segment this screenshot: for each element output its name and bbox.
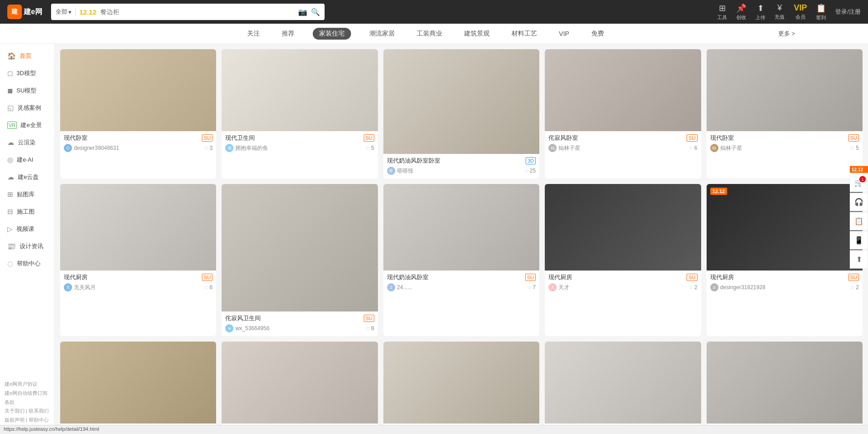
card-3-image	[383, 49, 539, 154]
card-2[interactable]: 现代卫生间 SU 拥 拥抱幸福的鱼 ☆ 5	[222, 49, 377, 179]
card-6[interactable]: 现代厨房 SU 无 无关风月 ☆ 6	[60, 184, 216, 336]
card-2-stars: ☆ 5	[365, 145, 374, 151]
card-6-title: 现代厨房	[64, 273, 199, 281]
more-button[interactable]: 更多 >	[778, 30, 795, 38]
card-4-author: 灿林子星	[558, 144, 580, 152]
card-11-image	[60, 342, 216, 424]
footer-link-subscribe[interactable]: 建e网自动续费订阅条款	[5, 390, 47, 405]
header-icons: ⊞ 工具 📌 创收 ⬆ 上传 ¥ 充值 VIP 会员 📋 签到 登录/注册	[717, 3, 861, 21]
card-10[interactable]: 12.12 现代厨房 SU d desinger31821928 ☆ 2	[707, 184, 863, 336]
sidebar-item-drawings[interactable]: ⊟ 施工图	[0, 203, 54, 220]
card-1-title: 现代卧室	[64, 134, 199, 142]
signin-icon: 📋	[816, 3, 826, 13]
card-8-stars: ☆ 7	[527, 284, 536, 291]
card-5-image	[707, 49, 863, 131]
card-7-title: 侘寂风卫生间	[225, 314, 361, 322]
float-record-button[interactable]: 📋	[850, 212, 868, 230]
float-cart-button[interactable]: 🛒 1	[850, 174, 868, 192]
card-5-author: 灿林子星	[720, 144, 742, 152]
float-promo-badge[interactable]: 12.12	[850, 166, 868, 173]
vr-icon: VR	[7, 122, 17, 129]
footer-link-copyright[interactable]: 版权声明 | 帮助中心	[5, 417, 49, 423]
header-icon-signin[interactable]: 📋 签到	[816, 3, 826, 21]
sidebar-item-video[interactable]: ▷ 视频课	[0, 220, 54, 238]
tools-icon: ⊞	[719, 3, 726, 13]
subnav-item-vip[interactable]: VIP	[555, 28, 573, 39]
3dmodel-icon: ◻	[7, 69, 13, 77]
render-icon: ☁	[7, 138, 14, 147]
sidebar-item-news[interactable]: 📰 设计资讯	[0, 238, 54, 255]
search-category-dropdown[interactable]: 全部 ▾	[56, 8, 76, 16]
header-icon-upload[interactable]: ⬆ 上传	[755, 3, 765, 21]
search-icon[interactable]: 🔍	[311, 8, 320, 16]
search-input[interactable]	[100, 8, 294, 15]
card-6-tag: SU	[202, 274, 212, 281]
sidebar-item-inspiration[interactable]: ◱ 灵感案例	[0, 99, 54, 117]
card-10-avatar: d	[710, 283, 718, 291]
sidebar-item-cloud[interactable]: ☁ 建e云盘	[0, 168, 54, 186]
main-layout: 🏠 首页 ◻ 3D模型 ◼ SU模型 ◱ 灵感案例 VR 建e全景 ☁ 云渲染 …	[0, 44, 868, 434]
sidebar-item-3dmodel[interactable]: ◻ 3D模型	[0, 65, 54, 82]
footer-link-about[interactable]: 关于我们 | 联系我们	[5, 408, 49, 414]
sidebar-item-vr[interactable]: VR 建e全景	[0, 117, 54, 134]
header-icon-vip[interactable]: VIP 会员	[794, 3, 807, 20]
card-14[interactable]: 北欧风格厨房 SU E 设计师E ☆ 6	[545, 342, 701, 434]
headset-icon: 🎧	[854, 198, 863, 206]
card-13-image	[383, 342, 539, 424]
card-7-image	[222, 184, 377, 311]
card-13[interactable]: 现代客厅 SU C 设计师C ☆ 5	[383, 342, 539, 434]
card-9-title: 现代厨房	[548, 273, 684, 281]
card-15[interactable]: 现代书房 SU F 设计师F ☆ 3	[707, 342, 863, 434]
login-button[interactable]: 登录/注册	[835, 8, 861, 16]
card-3-tag: 3D	[526, 157, 536, 164]
card-9[interactable]: 现代厨房 SU 天 天才 ☆ 2	[545, 184, 701, 336]
card-8[interactable]: 现代奶油风卧室 SU 2 24...... ☆ 7	[383, 184, 539, 336]
sidebar-item-home[interactable]: 🏠 首页	[0, 47, 54, 65]
card-8-avatar: 2	[387, 283, 395, 291]
subnav-item-jiazhuang[interactable]: 家装住宅	[313, 28, 351, 40]
card-4-tag: SU	[687, 134, 697, 142]
sidebar: 🏠 首页 ◻ 3D模型 ◼ SU模型 ◱ 灵感案例 VR 建e全景 ☁ 云渲染 …	[0, 44, 55, 434]
sidebar-item-ai[interactable]: ◎ 建e·AI	[0, 151, 54, 168]
card-8-title: 现代奶油风卧室	[387, 273, 522, 281]
logo[interactable]: 建 建e网	[7, 5, 44, 19]
card-1[interactable]: 现代卧室 SU D designer39048631 ☆ 3	[60, 49, 216, 179]
card-6-author: 无关风月	[74, 284, 96, 291]
float-headset-button[interactable]: 🎧	[850, 193, 868, 211]
sidebar-item-sumodel[interactable]: ◼ SU模型	[0, 82, 54, 99]
card-2-avatar: 拥	[225, 144, 233, 152]
sidebar-item-textures[interactable]: ⊞ 贴图库	[0, 186, 54, 203]
card-2-author: 拥抱幸福的鱼	[235, 144, 268, 152]
subnav-item-chaoliu[interactable]: 潮流家居	[366, 28, 398, 40]
status-bar: https://help.justeasy.cn/help/detail/194…	[0, 425, 868, 434]
subnav-item-cailiao[interactable]: 材料工艺	[508, 28, 541, 40]
card-3[interactable]: 现代奶油风卧室卧室 3D 嗒 嗒嗒怪 ☆ 25	[383, 49, 539, 179]
card-7[interactable]: 侘寂风卫生间 SU w wx_53664956 ☆ 8	[222, 184, 377, 336]
subnav-item-jianzhu[interactable]: 建筑景观	[460, 28, 493, 40]
card-5[interactable]: 现代卧室 SU 灿 灿林子星 ☆ 5	[707, 49, 863, 179]
sidebar-item-help[interactable]: ◌ 帮助中心	[0, 255, 54, 272]
float-mobile-button[interactable]: 📱	[850, 231, 868, 249]
subnav-item-gongzhuang[interactable]: 工装商业	[413, 28, 446, 40]
footer-link-agreement[interactable]: 建e网用户协议	[5, 381, 37, 387]
subnav-item-guanzhu[interactable]: 关注	[243, 28, 264, 40]
cart-badge: 1	[859, 176, 866, 182]
card-4-image	[545, 49, 701, 131]
card-grid: 现代卧室 SU D designer39048631 ☆ 3	[60, 49, 863, 434]
header-icon-recharge[interactable]: ¥ 充值	[775, 3, 785, 20]
float-totop-button[interactable]: ⬆	[850, 250, 868, 268]
subnav-item-tuijian[interactable]: 推荐	[278, 28, 298, 40]
card-11[interactable]: 侘寂风客厅 SU 无 设计师 ☆ 3	[60, 342, 216, 434]
camera-icon[interactable]: 📷	[298, 8, 307, 16]
card-12[interactable]: 现代餐厅 SU B 设计师B ☆ 4	[222, 342, 377, 434]
inspiration-icon: ◱	[7, 104, 14, 112]
header-icon-chuangshou[interactable]: 📌 创收	[736, 3, 746, 21]
card-4[interactable]: 侘寂风卧室 SU 灿 灿林子星 ☆ 6	[545, 49, 701, 179]
header-icon-tools[interactable]: ⊞ 工具	[717, 3, 727, 21]
totop-icon: ⬆	[856, 255, 862, 264]
card-5-tag: SU	[848, 134, 859, 142]
sidebar-item-render[interactable]: ☁ 云渲染	[0, 134, 54, 151]
subnav-item-mianfei[interactable]: 免费	[588, 28, 608, 40]
cloud-icon: ☁	[7, 173, 14, 181]
card-1-tag: SU	[202, 134, 212, 142]
